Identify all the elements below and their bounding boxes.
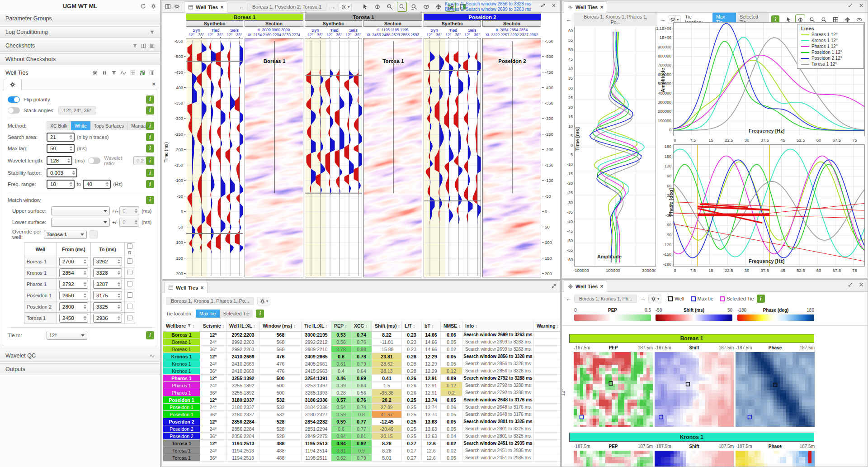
lower-pm-input[interactable]: 0 [119, 218, 139, 227]
select-all-checkbox[interactable] [127, 243, 132, 249]
info-button[interactable]: i [757, 295, 765, 303]
zoom-tool-icon[interactable] [397, 2, 407, 12]
upper-surface-select[interactable] [51, 206, 110, 215]
table-row[interactable]: Kronos 112°2410:26694762409:26650.60.782… [163, 353, 561, 360]
tab-well-ties[interactable]: Well Ties× [164, 282, 208, 293]
close-icon[interactable] [551, 3, 557, 8]
synthetic-display[interactable] [186, 38, 243, 277]
column-header-info[interactable]: Info ↕ [462, 321, 534, 331]
table-row[interactable]: Pharos 112°3255:13925003254:13910.460.69… [163, 375, 561, 382]
column-header-l-t[interactable]: L/T ↕ [402, 321, 422, 331]
info-button[interactable]: i [146, 122, 154, 130]
column-header-window-ms-[interactable]: Window (ms) ↕ [260, 321, 302, 331]
column-header-xcc[interactable]: XCC ↕ [351, 321, 372, 331]
from-input[interactable]: 2854 [59, 268, 88, 277]
cols-icon[interactable] [150, 43, 155, 48]
wave-icon[interactable] [150, 353, 155, 358]
zoom-tool-icon[interactable] [385, 2, 395, 12]
lower-surface-select[interactable] [51, 218, 110, 227]
column-header-nmse[interactable]: NMSE ↕ [441, 321, 462, 331]
table-row[interactable]: Boreas 112°2992:22035683000:21950.530.74… [163, 331, 561, 338]
wave-icon[interactable] [121, 70, 126, 76]
qc-map-shift[interactable] [655, 352, 734, 427]
tab-well-ties[interactable]: Well Ties× [184, 1, 227, 13]
sidebar-section-checkshots[interactable]: Checkshots [0, 40, 160, 52]
column-header-pep[interactable]: PEP ↕ [331, 321, 351, 331]
info-button[interactable]: i [146, 144, 154, 152]
selected-tie-button[interactable]: Selected Tie [220, 310, 253, 318]
column-header-bt[interactable]: bT ↕ [422, 321, 441, 331]
tab-well-ties[interactable]: Well Ties× [564, 281, 607, 292]
prev-arrow-icon[interactable]: ← [238, 4, 244, 10]
table-row[interactable]: Torosa 112°1194:25134881195:25130.840.92… [163, 440, 561, 447]
row-checkbox[interactable] [127, 304, 132, 309]
wavelet-ratio-toggle[interactable] [88, 157, 100, 164]
section-display[interactable]: Boreas 1 [245, 38, 303, 277]
upper-pm-input[interactable]: 0 [119, 206, 139, 215]
close-icon[interactable]: × [220, 4, 223, 10]
info-button[interactable]: i [146, 196, 154, 204]
qc-map-pep[interactable] [574, 352, 653, 427]
column-header-wellbore[interactable]: Wellbore ↕ [163, 321, 200, 331]
expand-icon[interactable] [551, 283, 557, 289]
hand-tool-icon[interactable] [373, 2, 382, 12]
row-checkbox[interactable] [127, 315, 132, 320]
sync-icon[interactable] [140, 3, 146, 9]
from-input[interactable]: 2450 [59, 314, 88, 323]
table-row[interactable]: Kronos 136°2410:26694762415:26630.40.642… [163, 367, 561, 375]
stack-angles-toggle[interactable] [8, 107, 20, 114]
qc-map-shift[interactable] [655, 451, 734, 467]
gear-icon[interactable] [174, 4, 180, 10]
table-row[interactable]: Poseidon 224°2856:22845282851:22940.60.7… [163, 425, 561, 433]
grid-icon[interactable] [130, 70, 136, 76]
panel-options-icon[interactable] [165, 4, 171, 10]
column-header-shift-ms-[interactable]: Shift (ms) ↕ [372, 321, 402, 331]
info-button[interactable]: i [146, 169, 154, 177]
checkbox-selected-tie[interactable]: Selected Tie [720, 296, 754, 301]
section-display[interactable]: Torosa 1 [363, 38, 422, 277]
prev-arrow-icon[interactable]: ← [566, 295, 571, 302]
from-input[interactable]: 2700 [59, 257, 88, 266]
prev-arrow-icon[interactable]: ← [566, 16, 571, 23]
flip-polarity-toggle[interactable] [8, 96, 20, 103]
table-row[interactable]: Poseidon 236°2856:22845282849:22750.640.… [163, 433, 561, 440]
to-input[interactable]: 3325 [93, 302, 122, 311]
qc-map-pep[interactable] [574, 451, 653, 467]
info-button[interactable]: i [146, 180, 154, 188]
freq-to-input[interactable]: 40 [83, 180, 111, 189]
next-arrow-icon[interactable]: → [640, 295, 646, 302]
search-area-input[interactable]: 21 [47, 133, 75, 142]
override-add-button[interactable] [90, 230, 98, 238]
funnel-icon[interactable] [111, 70, 117, 76]
well-ties-section-label[interactable]: Well Ties [5, 70, 28, 76]
zoomq-tool-icon[interactable] [409, 2, 419, 12]
tab-well-ties[interactable]: Well Ties× [564, 1, 607, 13]
stability-factor-input[interactable]: 0.003 [47, 168, 77, 177]
info-button[interactable]: i [146, 106, 154, 114]
expand-icon[interactable] [848, 3, 853, 8]
method-option-xc-bulk[interactable]: XC Bulk [47, 121, 71, 130]
display-settings-button[interactable]: ▾ [257, 297, 270, 305]
column-header-tie-il-xl[interactable]: Tie IL:XL ↕ [302, 321, 331, 331]
table-row[interactable]: Kronos 124°2410:26694762405:26610.610.79… [163, 360, 561, 367]
close-icon[interactable] [859, 3, 864, 8]
to-input[interactable]: 3328 [93, 268, 122, 277]
next-arrow-icon[interactable]: → [330, 4, 335, 10]
sidebar-section-parameter-groups[interactable]: Parameter Groups [0, 13, 160, 24]
row-checkbox[interactable] [127, 258, 132, 264]
table-row[interactable]: Pharos 136°3255:13925003265:13930.280.56… [163, 389, 561, 396]
wavelet-length-input[interactable]: 128 [47, 156, 72, 165]
table-row[interactable]: Boreas 136°2992:22035682989:22100.780.88… [163, 346, 561, 353]
max-lag-input[interactable]: 50 [47, 144, 75, 153]
close-icon[interactable]: × [600, 283, 603, 290]
close-icon[interactable] [859, 282, 864, 287]
table-row[interactable]: Poseidon 212°2856:22845282854:22820.590.… [163, 418, 561, 425]
target-tool-icon[interactable] [434, 2, 443, 12]
cols-icon[interactable] [149, 70, 155, 76]
info-button[interactable]: i [146, 157, 154, 165]
from-input[interactable]: 2792 [59, 280, 88, 289]
method-option-white[interactable]: White [71, 121, 90, 130]
synthetic-display[interactable] [305, 38, 362, 277]
to-input[interactable]: 3262 [93, 257, 122, 266]
gear-icon[interactable] [92, 70, 98, 76]
